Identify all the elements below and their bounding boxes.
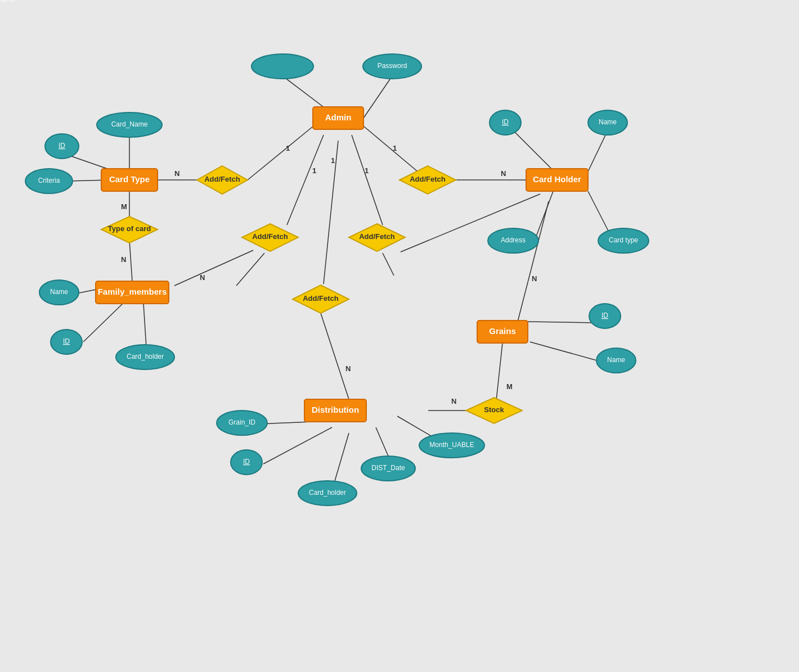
attribute-ch-card-type: Card type xyxy=(598,228,649,253)
attribute-ch-name: Name xyxy=(588,110,627,135)
er-diagram: 1 N 1 N 1 N N M N M N N 1 1 Username Pas… xyxy=(0,0,799,672)
svg-text:N: N xyxy=(174,169,179,178)
svg-text:Password: Password xyxy=(378,62,407,70)
attribute-grains-id: ID xyxy=(589,304,621,328)
entity-distribution: Distribution xyxy=(304,399,366,422)
attribute-grains-name: Name xyxy=(596,348,636,373)
entity-grains: Grains xyxy=(477,321,528,343)
attribute-fm-id: ID xyxy=(51,330,82,354)
svg-text:Grain_ID: Grain_ID xyxy=(228,418,255,426)
entity-admin: Admin xyxy=(313,107,363,129)
attribute-dist-card-holder: Card_holder xyxy=(298,481,357,506)
svg-rect-0 xyxy=(0,0,799,672)
svg-text:Grains: Grains xyxy=(489,326,516,336)
svg-text:Distribution: Distribution xyxy=(312,405,359,414)
svg-text:Month_UABLE: Month_UABLE xyxy=(429,441,474,449)
svg-text:Add/Fetch: Add/Fetch xyxy=(303,294,339,303)
svg-text:Card Holder: Card Holder xyxy=(533,174,581,184)
svg-text:Type of card: Type of card xyxy=(108,224,151,233)
svg-text:N: N xyxy=(121,255,126,264)
svg-text:1: 1 xyxy=(312,166,316,175)
svg-text:N: N xyxy=(345,364,351,373)
svg-text:Name: Name xyxy=(607,356,625,364)
attribute-ch-address: Address xyxy=(488,228,538,253)
attribute-fm-name: Name xyxy=(39,280,79,305)
svg-text:ID: ID xyxy=(63,337,70,345)
svg-text:Stock: Stock xyxy=(484,405,504,414)
svg-point-51 xyxy=(252,54,313,79)
attribute-ch-id: ID xyxy=(490,110,521,135)
attribute-dist-date: DIST_Date xyxy=(361,456,415,481)
svg-text:Card_Name: Card_Name xyxy=(111,120,148,128)
svg-text:Add/Fetch: Add/Fetch xyxy=(252,232,288,241)
svg-text:DIST_Date: DIST_Date xyxy=(371,464,405,472)
svg-text:Admin: Admin xyxy=(325,112,352,122)
attribute-dist-id: ID xyxy=(231,450,262,475)
svg-text:Name: Name xyxy=(599,118,617,126)
svg-text:Address: Address xyxy=(501,236,526,244)
svg-text:1: 1 xyxy=(331,156,335,165)
attribute-password: Password xyxy=(363,54,421,79)
svg-text:1: 1 xyxy=(393,144,397,152)
svg-text:N: N xyxy=(501,169,506,178)
attribute-month-uable: Month_UABLE xyxy=(419,433,484,458)
svg-text:Criteria: Criteria xyxy=(38,177,60,184)
attribute-criteria: Criteria xyxy=(25,169,73,193)
svg-text:1: 1 xyxy=(286,144,290,152)
attribute-card-type-id: ID xyxy=(45,134,79,159)
svg-text:ID: ID xyxy=(59,142,65,150)
svg-text:Name: Name xyxy=(50,288,68,296)
svg-text:N: N xyxy=(451,397,456,405)
svg-text:M: M xyxy=(506,382,513,391)
svg-text:1: 1 xyxy=(365,166,369,175)
svg-text:ID: ID xyxy=(502,118,509,126)
svg-text:Card_holder: Card_holder xyxy=(127,353,164,360)
svg-text:N: N xyxy=(200,273,205,282)
svg-text:ID: ID xyxy=(602,312,608,319)
svg-text:N: N xyxy=(532,274,537,283)
entity-family-members: Family_members xyxy=(96,281,169,304)
svg-text:Family_members: Family_members xyxy=(98,287,167,296)
attribute-dist-grain-id: Grain_ID xyxy=(217,411,267,435)
attribute-card-name: Card_Name xyxy=(97,112,162,137)
svg-text:Add/Fetch: Add/Fetch xyxy=(410,175,446,183)
svg-text:Add/Fetch: Add/Fetch xyxy=(359,232,395,241)
svg-text:Add/Fetch: Add/Fetch xyxy=(204,175,240,183)
attribute-fm-card-holder: Card_holder xyxy=(116,345,174,369)
svg-text:Card Type: Card Type xyxy=(109,174,150,184)
svg-text:Card type: Card type xyxy=(609,236,638,244)
svg-text:Username: Username xyxy=(0,0,16,3)
svg-text:Card_holder: Card_holder xyxy=(309,489,346,497)
svg-text:M: M xyxy=(121,202,127,211)
entity-card-holder: Card Holder xyxy=(526,169,588,191)
entity-card-type: Card Type xyxy=(101,169,158,191)
svg-text:ID: ID xyxy=(243,458,250,466)
